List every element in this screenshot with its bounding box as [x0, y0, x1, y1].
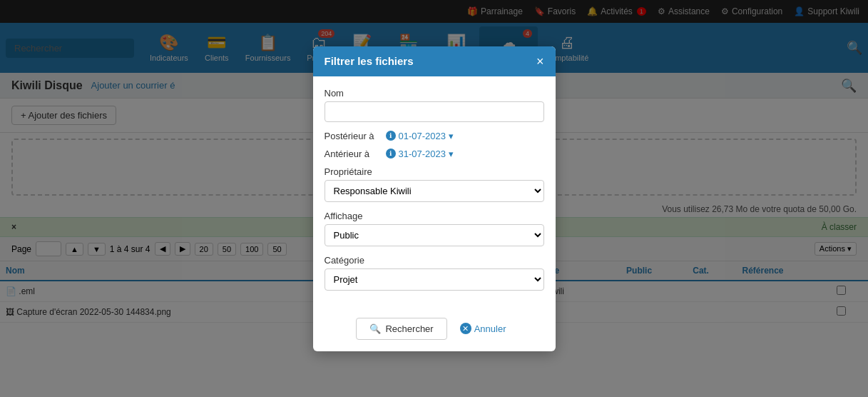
proprietaire-select[interactable]: Responsable Kiwili	[325, 180, 544, 202]
modal-close-button[interactable]: ×	[536, 55, 544, 68]
proprietaire-label: Propriétaire	[325, 166, 544, 177]
posterieur-label: Postérieur à	[325, 131, 382, 141]
categorie-select[interactable]: Projet	[325, 268, 544, 291]
modal-overlay: Filtrer les fichiers × Nom Conditions Po…	[0, 0, 868, 397]
modal-footer: 🔍 Rechercher ✕ Annuler	[313, 311, 556, 351]
anterieur-date[interactable]: ℹ 31-07-2023 ▾	[386, 149, 454, 159]
modal-search-button[interactable]: 🔍 Rechercher	[356, 318, 446, 340]
categorie-label: Catégorie	[325, 255, 544, 266]
nom-label: Nom	[325, 88, 544, 99]
anterieur-filter: Antérieur à ℹ 31-07-2023 ▾	[325, 149, 544, 159]
affichage-group: Affichage Public	[325, 211, 544, 246]
modal-cancel-button[interactable]: ✕ Annuler	[454, 318, 512, 340]
affichage-label: Affichage	[325, 211, 544, 221]
anterieur-info-icon: ℹ	[386, 149, 396, 159]
nom-group: Nom Conditions	[325, 88, 544, 122]
modal-header: Filtrer les fichiers ×	[313, 46, 556, 76]
categorie-group: Catégorie Projet	[325, 255, 544, 291]
modal-title: Filtrer les fichiers	[325, 55, 414, 67]
anterieur-chevron-icon: ▾	[449, 149, 454, 159]
affichage-select[interactable]: Public	[325, 224, 544, 246]
posterieur-date[interactable]: ℹ 01-07-2023 ▾	[386, 131, 454, 141]
posterieur-chevron-icon: ▾	[449, 131, 454, 141]
search-icon: 🔍	[369, 323, 381, 334]
posterieur-info-icon: ℹ	[386, 131, 396, 141]
nom-input[interactable]: Conditions	[325, 101, 544, 122]
modal-dialog: Filtrer les fichiers × Nom Conditions Po…	[313, 46, 556, 351]
proprietaire-group: Propriétaire Responsable Kiwili	[325, 166, 544, 202]
posterieur-filter: Postérieur à ℹ 01-07-2023 ▾	[325, 131, 544, 141]
modal-body: Nom Conditions Postérieur à ℹ 01-07-2023…	[313, 76, 556, 311]
cancel-circle-icon: ✕	[460, 323, 471, 334]
anterieur-label: Antérieur à	[325, 149, 382, 159]
